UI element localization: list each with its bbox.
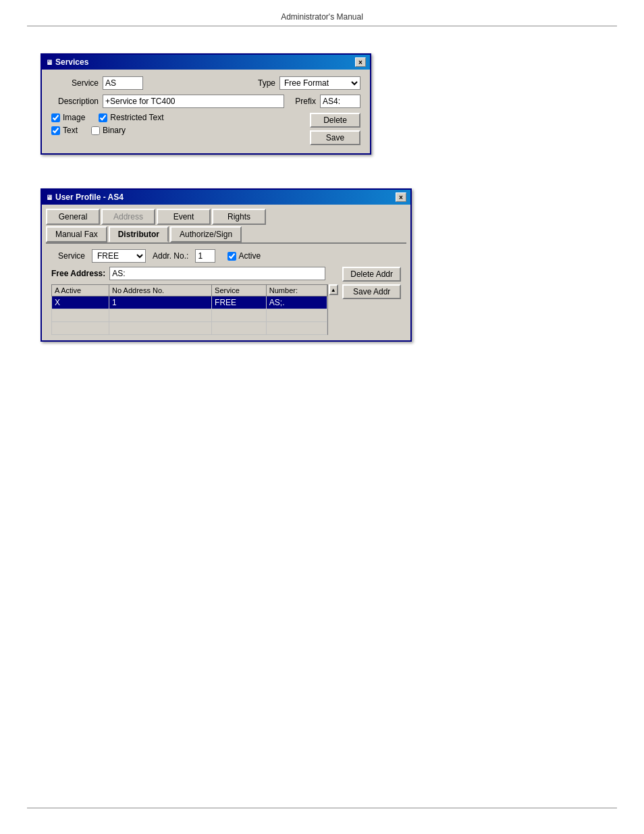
description-input[interactable] — [103, 95, 284, 108]
tab-distributor[interactable]: Distributor — [109, 226, 169, 242]
cell-no — [109, 309, 212, 322]
tab-content-area: Service FREE Addr. No.: Active Free Addr… — [46, 242, 406, 340]
checkboxes-buttons-row: Image Restricted Text Text — [51, 113, 360, 145]
binary-checkbox-item[interactable]: Binary — [91, 126, 126, 135]
page-footer — [27, 808, 617, 820]
services-buttons: Delete Save — [310, 113, 360, 145]
cell-service — [212, 309, 267, 322]
address-table-container: A Active No Address No. Service Number: … — [51, 284, 338, 335]
tab-rights[interactable]: Rights — [212, 209, 266, 225]
user-profile-title-text: User Profile - AS4 — [55, 192, 124, 202]
tab-address[interactable]: Address — [101, 209, 155, 225]
cell-no: 1 — [109, 296, 212, 309]
scrollbar[interactable]: ▲ — [327, 284, 338, 335]
delete-addr-button[interactable]: Delete Addr — [342, 267, 401, 282]
user-profile-icon: 🖥 — [46, 194, 53, 201]
col-active: A Active — [52, 285, 109, 296]
header-title: Administrator's Manual — [281, 12, 363, 22]
page-header: Administrator's Manual — [27, 0, 617, 26]
tab-general[interactable]: General — [46, 209, 100, 225]
services-title-icon: 🖥 — [46, 59, 53, 66]
prefix-input[interactable] — [320, 95, 360, 108]
services-titlebar: 🖥 Services × — [42, 55, 370, 70]
cell-number: AS;. — [266, 296, 327, 309]
checkboxes-area: Image Restricted Text Text — [51, 113, 164, 138]
tab-manual-fax[interactable]: Manual Fax — [46, 226, 107, 242]
tab-row-1: General Address Event Rights — [46, 209, 406, 225]
prefix-label: Prefix — [295, 97, 316, 106]
tab-event[interactable]: Event — [157, 209, 211, 225]
binary-checkbox[interactable] — [91, 126, 100, 135]
table-row[interactable]: X 1 FREE AS;. — [52, 296, 327, 309]
desc-prefix-row: Description Prefix — [51, 95, 360, 108]
service-type-row: Service Type Free Format — [51, 76, 360, 90]
scroll-up-arrow[interactable]: ▲ — [329, 284, 338, 295]
addr-no-label: Addr. No.: — [153, 251, 188, 261]
address-table: A Active No Address No. Service Number: … — [51, 284, 327, 335]
services-title-group: 🖥 Services — [46, 57, 88, 67]
table-header-row: A Active No Address No. Service Number: — [52, 285, 327, 296]
active-checkbox-item[interactable]: Active — [227, 251, 261, 261]
save-button[interactable]: Save — [310, 130, 360, 145]
restricted-text-checkbox-item[interactable]: Restricted Text — [99, 113, 163, 122]
free-address-input-area: Free Address: A Active No Address No. Se… — [51, 267, 338, 335]
checkbox-row-1: Image Restricted Text — [51, 113, 164, 122]
user-profile-title-group: 🖥 User Profile - AS4 — [46, 192, 124, 202]
services-close-button[interactable]: × — [355, 57, 366, 67]
cell-no — [109, 322, 212, 335]
cell-active — [52, 309, 109, 322]
cell-service — [212, 322, 267, 335]
delete-button[interactable]: Delete — [310, 113, 360, 128]
cell-active: X — [52, 296, 109, 309]
services-body: Service Type Free Format Description Pre… — [42, 70, 370, 153]
user-profile-dialog: 🖥 User Profile - AS4 × General Address E… — [41, 188, 412, 342]
restricted-text-checkbox[interactable] — [99, 113, 107, 122]
addr-no-input[interactable] — [195, 249, 215, 263]
cell-active — [52, 322, 109, 335]
col-service: Service — [212, 285, 267, 296]
cell-number — [266, 322, 327, 335]
tab-row-2: Manual Fax Distributor Authorize/Sign — [46, 226, 406, 242]
col-no: No Address No. — [109, 285, 212, 296]
service-label-2: Service — [51, 251, 85, 261]
description-label: Description — [51, 97, 99, 106]
address-buttons: Delete Addr Save Addr — [342, 267, 401, 299]
checkbox-row-2: Text Binary — [51, 126, 164, 135]
service-select[interactable]: FREE — [92, 249, 146, 263]
image-checkbox[interactable] — [51, 113, 60, 122]
user-profile-close-button[interactable]: × — [396, 192, 406, 202]
table-row[interactable] — [52, 322, 327, 335]
col-number: Number: — [266, 285, 327, 296]
image-checkbox-item[interactable]: Image — [51, 113, 85, 122]
free-address-label: Free Address: — [51, 269, 105, 278]
service-row: Service FREE Addr. No.: Active — [51, 249, 401, 263]
services-title-text: Services — [55, 57, 88, 67]
services-dialog: 🖥 Services × Service Type Free Format De… — [41, 53, 371, 155]
text-checkbox-item[interactable]: Text — [51, 126, 78, 135]
save-addr-button[interactable]: Save Addr — [342, 284, 401, 299]
service-label: Service — [51, 78, 99, 88]
cell-service: FREE — [212, 296, 267, 309]
cell-number — [266, 309, 327, 322]
service-input[interactable] — [103, 76, 143, 90]
tabs-area: General Address Event Rights Manual Fax … — [42, 205, 410, 242]
type-label: Type — [258, 78, 275, 88]
active-checkbox[interactable] — [227, 252, 236, 261]
free-address-input[interactable] — [109, 267, 325, 280]
user-profile-titlebar: 🖥 User Profile - AS4 × — [42, 190, 410, 205]
tab-authorize-sign[interactable]: Authorize/Sign — [170, 226, 242, 242]
free-address-row: Free Address: A Active No Address No. Se… — [51, 267, 401, 335]
addr-row: Free Address: — [51, 267, 338, 280]
text-checkbox[interactable] — [51, 126, 60, 135]
table-row[interactable] — [52, 309, 327, 322]
type-select[interactable]: Free Format — [279, 76, 360, 90]
